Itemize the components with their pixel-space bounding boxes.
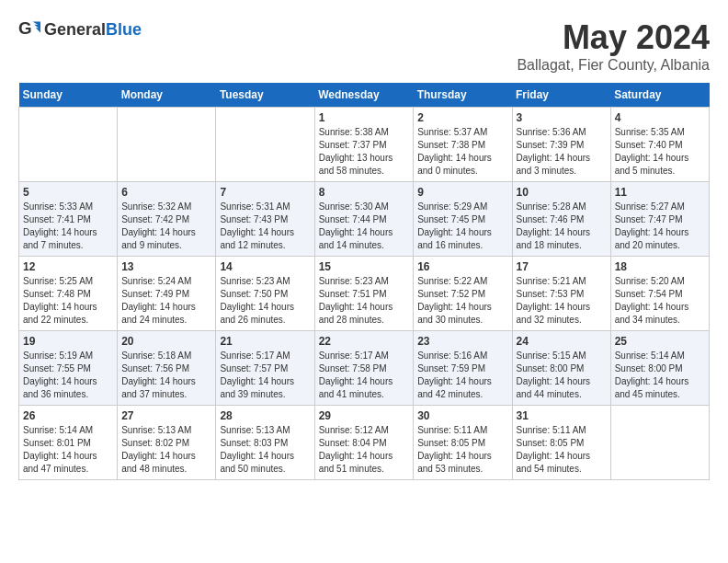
calendar-cell: 4Sunrise: 5:35 AM Sunset: 7:40 PM Daylig… [610,108,709,182]
day-info: Sunrise: 5:28 AM Sunset: 7:46 PM Dayligh… [517,201,607,252]
day-info: Sunrise: 5:13 AM Sunset: 8:02 PM Dayligh… [121,424,211,476]
day-info: Sunrise: 5:20 AM Sunset: 7:54 PM Dayligh… [615,275,705,327]
day-number: 24 [517,335,607,348]
day-number: 11 [615,186,705,199]
day-number: 18 [615,260,705,273]
calendar-cell: 16Sunrise: 5:22 AM Sunset: 7:52 PM Dayli… [414,257,512,331]
day-info: Sunrise: 5:12 AM Sunset: 8:04 PM Dayligh… [319,424,410,476]
day-header-saturday: Saturday [610,83,709,108]
day-number: 29 [319,409,410,422]
day-info: Sunrise: 5:30 AM Sunset: 7:44 PM Dayligh… [319,201,410,252]
day-number: 3 [517,111,607,124]
calendar-cell [19,108,118,182]
day-info: Sunrise: 5:16 AM Sunset: 7:59 PM Dayligh… [417,350,507,401]
day-number: 20 [121,335,211,348]
calendar-week-1: 1Sunrise: 5:38 AM Sunset: 7:37 PM Daylig… [19,108,710,182]
calendar-cell: 3Sunrise: 5:36 AM Sunset: 7:39 PM Daylig… [512,108,610,182]
calendar-cell: 5Sunrise: 5:33 AM Sunset: 7:41 PM Daylig… [19,182,118,257]
calendar-cell: 23Sunrise: 5:16 AM Sunset: 7:59 PM Dayli… [414,331,512,406]
calendar: SundayMondayTuesdayWednesdayThursdayFrid… [18,83,710,480]
svg-marker-3 [36,28,40,32]
day-info: Sunrise: 5:22 AM Sunset: 7:52 PM Dayligh… [417,275,507,327]
calendar-cell: 14Sunrise: 5:23 AM Sunset: 7:50 PM Dayli… [216,257,314,331]
day-header-tuesday: Tuesday [216,83,314,108]
day-number: 17 [517,260,607,273]
day-number: 25 [615,335,705,348]
day-header-thursday: Thursday [414,83,512,108]
month-year: May 2024 [517,18,710,57]
day-info: Sunrise: 5:29 AM Sunset: 7:45 PM Dayligh… [417,201,507,252]
day-header-monday: Monday [118,83,216,108]
calendar-week-5: 26Sunrise: 5:14 AM Sunset: 8:01 PM Dayli… [19,406,710,480]
calendar-cell: 27Sunrise: 5:13 AM Sunset: 8:02 PM Dayli… [118,406,216,480]
day-header-friday: Friday [512,83,610,108]
day-number: 30 [417,409,507,422]
calendar-week-4: 19Sunrise: 5:19 AM Sunset: 7:55 PM Dayli… [19,331,710,406]
day-header-sunday: Sunday [19,83,118,108]
day-info: Sunrise: 5:18 AM Sunset: 7:56 PM Dayligh… [121,350,211,401]
calendar-week-2: 5Sunrise: 5:33 AM Sunset: 7:41 PM Daylig… [19,182,710,257]
day-number: 31 [517,409,607,422]
day-number: 16 [417,260,507,273]
calendar-cell: 11Sunrise: 5:27 AM Sunset: 7:47 PM Dayli… [610,182,709,257]
logo-icon: G [18,18,40,40]
calendar-cell: 6Sunrise: 5:32 AM Sunset: 7:42 PM Daylig… [118,182,216,257]
calendar-cell: 10Sunrise: 5:28 AM Sunset: 7:46 PM Dayli… [512,182,610,257]
calendar-cell: 22Sunrise: 5:17 AM Sunset: 7:58 PM Dayli… [314,331,414,406]
day-info: Sunrise: 5:21 AM Sunset: 7:53 PM Dayligh… [517,275,607,327]
day-info: Sunrise: 5:33 AM Sunset: 7:41 PM Dayligh… [23,201,113,252]
day-info: Sunrise: 5:14 AM Sunset: 8:01 PM Dayligh… [23,424,113,476]
day-number: 21 [220,335,310,348]
day-info: Sunrise: 5:35 AM Sunset: 7:40 PM Dayligh… [615,126,705,178]
day-number: 4 [615,111,705,124]
calendar-cell: 7Sunrise: 5:31 AM Sunset: 7:43 PM Daylig… [216,182,314,257]
day-number: 12 [23,260,113,273]
location: Ballagat, Fier County, Albania [517,57,710,74]
calendar-cell: 8Sunrise: 5:30 AM Sunset: 7:44 PM Daylig… [314,182,414,257]
header: G GeneralBlue May 2024 Ballagat, Fier Co… [18,18,710,74]
day-info: Sunrise: 5:37 AM Sunset: 7:38 PM Dayligh… [417,126,507,178]
calendar-cell: 21Sunrise: 5:17 AM Sunset: 7:57 PM Dayli… [216,331,314,406]
calendar-week-3: 12Sunrise: 5:25 AM Sunset: 7:48 PM Dayli… [19,257,710,331]
calendar-cell: 26Sunrise: 5:14 AM Sunset: 8:01 PM Dayli… [19,406,118,480]
day-number: 10 [517,186,607,199]
day-info: Sunrise: 5:25 AM Sunset: 7:48 PM Dayligh… [23,275,113,327]
calendar-cell: 2Sunrise: 5:37 AM Sunset: 7:38 PM Daylig… [414,108,512,182]
day-info: Sunrise: 5:13 AM Sunset: 8:03 PM Dayligh… [220,424,310,476]
calendar-cell: 18Sunrise: 5:20 AM Sunset: 7:54 PM Dayli… [610,257,709,331]
calendar-cell: 20Sunrise: 5:18 AM Sunset: 7:56 PM Dayli… [118,331,216,406]
day-number: 14 [220,260,310,273]
day-info: Sunrise: 5:38 AM Sunset: 7:37 PM Dayligh… [319,126,410,178]
day-info: Sunrise: 5:11 AM Sunset: 8:05 PM Dayligh… [417,424,507,476]
day-number: 22 [319,335,410,348]
day-info: Sunrise: 5:17 AM Sunset: 7:57 PM Dayligh… [220,350,310,401]
calendar-cell [216,108,314,182]
title-area: May 2024 Ballagat, Fier County, Albania [517,18,710,74]
day-number: 9 [417,186,507,199]
day-number: 5 [23,186,113,199]
day-info: Sunrise: 5:19 AM Sunset: 7:55 PM Dayligh… [23,350,113,401]
day-info: Sunrise: 5:31 AM Sunset: 7:43 PM Dayligh… [220,201,310,252]
day-number: 15 [319,260,410,273]
calendar-cell: 15Sunrise: 5:23 AM Sunset: 7:51 PM Dayli… [314,257,414,331]
day-info: Sunrise: 5:24 AM Sunset: 7:49 PM Dayligh… [121,275,211,327]
day-number: 28 [220,409,310,422]
calendar-cell: 30Sunrise: 5:11 AM Sunset: 8:05 PM Dayli… [414,406,512,480]
calendar-cell: 19Sunrise: 5:19 AM Sunset: 7:55 PM Dayli… [19,331,118,406]
day-number: 19 [23,335,113,348]
day-info: Sunrise: 5:32 AM Sunset: 7:42 PM Dayligh… [121,201,211,252]
calendar-cell [610,406,709,480]
calendar-cell: 28Sunrise: 5:13 AM Sunset: 8:03 PM Dayli… [216,406,314,480]
day-number: 23 [417,335,507,348]
day-number: 1 [319,111,410,124]
calendar-body: 1Sunrise: 5:38 AM Sunset: 7:37 PM Daylig… [19,108,710,480]
logo-general: General [44,20,106,39]
calendar-cell: 25Sunrise: 5:14 AM Sunset: 8:00 PM Dayli… [610,331,709,406]
day-info: Sunrise: 5:23 AM Sunset: 7:50 PM Dayligh… [220,275,310,327]
day-info: Sunrise: 5:17 AM Sunset: 7:58 PM Dayligh… [319,350,410,401]
day-number: 7 [220,186,310,199]
day-number: 27 [121,409,211,422]
calendar-cell: 12Sunrise: 5:25 AM Sunset: 7:48 PM Dayli… [19,257,118,331]
calendar-cell: 17Sunrise: 5:21 AM Sunset: 7:53 PM Dayli… [512,257,610,331]
svg-text:G: G [18,18,32,38]
